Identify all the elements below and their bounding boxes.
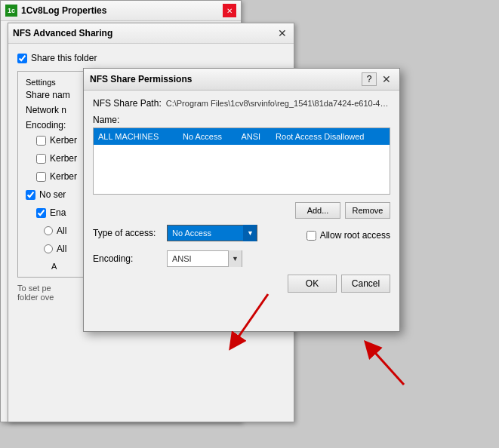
encoding-dropdown-arrow[interactable]: ▼ — [228, 250, 242, 267]
name-label: Name: — [93, 115, 390, 125]
share-name-label: Share nam — [26, 90, 86, 100]
allow-root-checkbox[interactable] — [306, 231, 316, 241]
nfs-advanced-title: NFS Advanced Sharing — [13, 28, 112, 38]
kerber1-label: Kerber — [50, 135, 77, 146]
share-folder-label: Share this folder — [31, 53, 97, 63]
all-machines-label2: All — [57, 244, 66, 254]
permissions-table: ALL MACHINES No Access ANSI Root Access … — [93, 127, 390, 195]
dialog-title-buttons: ? ✕ — [362, 72, 393, 86]
cancel-button[interactable]: Cancel — [341, 275, 390, 293]
all-machines-radio2[interactable] — [44, 244, 53, 253]
access-value: No Access — [168, 227, 243, 239]
share-folder-row: Share this folder — [17, 53, 285, 63]
enable-checkbox[interactable] — [36, 208, 46, 218]
access-dropdown-arrow[interactable]: ▼ — [243, 225, 257, 241]
dialog-close-button[interactable]: ✕ — [380, 72, 393, 86]
table-cell-name: ALL MACHINES — [94, 128, 178, 145]
access-encoding-area: Type of access: No Access ▼ Allow root a… — [93, 225, 390, 246]
table-row-empty1 — [94, 145, 390, 161]
kerber3-checkbox[interactable] — [36, 172, 46, 182]
no-server-checkbox[interactable] — [26, 190, 35, 200]
kerber2-label: Kerber — [50, 153, 77, 164]
network-label: Network n — [26, 105, 86, 115]
permissions-table-body: ALL MACHINES No Access ANSI Root Access … — [94, 128, 390, 195]
type-access-label: Type of access: — [93, 228, 161, 238]
no-server-label: No ser — [39, 189, 66, 200]
props-icon: 1c — [5, 5, 17, 17]
dialog-titlebar: NFS Share Permissions ? ✕ — [84, 69, 399, 91]
encoding-label-text: Encoding: — [93, 253, 161, 264]
table-row-empty2 — [94, 161, 390, 178]
table-cell-root: Root Access Disallowed — [271, 128, 390, 145]
ok-button[interactable]: OK — [288, 275, 337, 293]
table-cell-encoding: ANSI — [236, 128, 271, 145]
nfs-advanced-close-button[interactable]: ✕ — [276, 26, 289, 40]
encoding-label: Encoding: — [26, 120, 86, 130]
kerber3-label: Kerber — [50, 171, 77, 182]
encoding-value: ANSI — [168, 253, 228, 265]
allow-root-label: Allow root access — [320, 230, 390, 241]
permissions-dialog: NFS Share Permissions ? ✕ NFS Share Path… — [83, 68, 400, 332]
help-button[interactable]: ? — [362, 72, 377, 86]
path-row: NFS Share Path: C:\Program Files\1cv8\sr… — [93, 98, 390, 109]
add-button[interactable]: Add... — [295, 202, 340, 219]
encoding-row: Encoding: ANSI ▼ — [93, 250, 390, 267]
all-machines-radio1[interactable] — [44, 226, 53, 235]
kerber1-checkbox[interactable] — [36, 136, 46, 146]
kerber2-checkbox[interactable] — [36, 154, 46, 164]
props-titlebar: 1c 1Cv8Log Properties ✕ — [1, 1, 241, 21]
share-folder-checkbox[interactable] — [17, 54, 27, 63]
access-dropdown[interactable]: No Access ▼ — [167, 225, 257, 241]
encoding-dropdown[interactable]: ANSI ▼ — [167, 250, 242, 267]
allow-root-row: Allow root access — [306, 230, 390, 241]
arrow2 — [370, 347, 404, 385]
dialog-title: NFS Share Permissions — [90, 74, 192, 84]
dialog-content: NFS Share Path: C:\Program Files\1cv8\sr… — [84, 91, 399, 300]
ok-cancel-row: OK Cancel — [93, 275, 390, 293]
table-row-empty3 — [94, 178, 390, 195]
table-row[interactable]: ALL MACHINES No Access ANSI Root Access … — [94, 128, 390, 145]
remove-button[interactable]: Remove — [345, 202, 390, 219]
nfs-advanced-titlebar: NFS Advanced Sharing ✕ — [8, 23, 294, 44]
path-value: C:\Program Files\1cv8\srvinfo\reg_1541\8… — [166, 99, 390, 108]
add-remove-row: Add... Remove — [93, 202, 390, 219]
all-machines-label1: All — [57, 226, 66, 236]
props-close-button[interactable]: ✕ — [223, 4, 236, 17]
table-cell-access: No Access — [178, 128, 237, 145]
enable-label: Ena — [50, 207, 66, 218]
path-label: NFS Share Path: — [93, 98, 162, 109]
type-access-row: Type of access: No Access ▼ — [93, 225, 299, 241]
props-title: 1Cv8Log Properties — [21, 5, 106, 16]
